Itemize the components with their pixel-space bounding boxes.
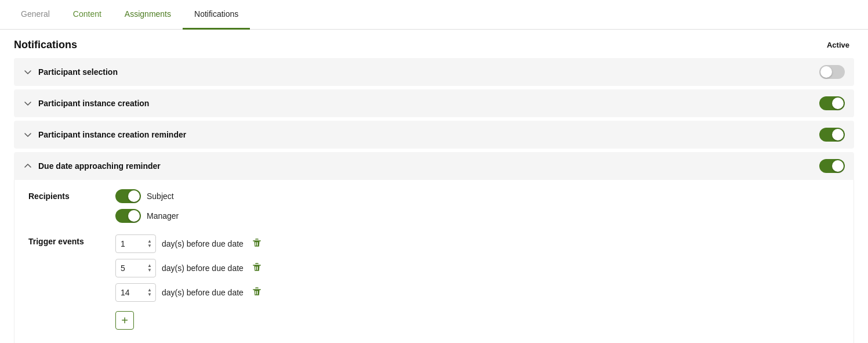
spinner-1: ▲ ▼ [146,239,153,248]
trigger-events-label: Trigger events [28,234,104,246]
trigger-value-1[interactable]: 1 [121,239,144,248]
active-column-header: Active [827,41,854,49]
section-left: Due date approaching reminder [23,161,161,171]
page-title: Notifications [14,39,77,51]
spinner-3: ▲ ▼ [146,288,153,297]
section-title: Participant instance creation [38,99,149,108]
due-date-expanded-content: Recipients Subject M [14,180,854,343]
chevron-down-icon [23,67,32,77]
trigger-events-row: Trigger events 1 ▲ ▼ day(s) before due d… [28,234,840,330]
participant-instance-creation-reminder-toggle[interactable] [819,128,845,142]
spinner-down-1[interactable]: ▼ [146,244,153,248]
subject-label: Subject [147,192,174,201]
page-header: Notifications Active [14,39,854,51]
days-label-3: day(s) before due date [162,288,244,297]
spinner-down-3[interactable]: ▼ [146,293,153,297]
tab-content[interactable]: Content [61,0,113,30]
chevron-down-icon [23,99,32,108]
spinner-down-2[interactable]: ▼ [146,268,153,273]
section-title: Participant selection [38,67,118,77]
trigger-events-list: 1 ▲ ▼ day(s) before due date [115,234,297,308]
section-title: Participant instance creation reminder [38,130,186,139]
section-participant-instance-creation-reminder[interactable]: Participant instance creation reminder [14,121,854,149]
participant-selection-toggle[interactable] [819,65,845,79]
days-label-2: day(s) before due date [162,263,244,273]
trigger-value-2[interactable]: 5 [121,263,144,273]
manager-label: Manager [147,211,179,221]
section-due-date-approaching-reminder[interactable]: Due date approaching reminder [14,152,854,180]
trigger-event-row: 1 ▲ ▼ day(s) before due date [115,234,297,253]
section-left: Participant instance creation reminder [23,130,186,139]
trigger-event-row: 14 ▲ ▼ day(s) before due date [115,283,297,302]
trigger-input-2[interactable]: 5 ▲ ▼ [115,259,156,277]
recipients-label: Recipients [28,189,104,201]
section-title: Due date approaching reminder [38,161,161,171]
manager-toggle[interactable] [115,209,141,223]
tab-bar: General Content Assignments Notification… [0,0,868,30]
trigger-input-3[interactable]: 14 ▲ ▼ [115,283,156,302]
recipients-value: Subject Manager [115,189,179,223]
chevron-up-icon [23,161,32,171]
chevron-down-icon [23,130,32,139]
due-date-approaching-reminder-toggle[interactable] [819,159,845,173]
trigger-event-row: 5 ▲ ▼ day(s) before due date [115,259,297,277]
delete-trigger-1[interactable] [249,235,297,252]
section-left: Participant selection [23,67,118,77]
section-left: Participant instance creation [23,99,149,108]
manager-recipient: Manager [115,209,179,223]
participant-instance-creation-toggle[interactable] [819,96,845,110]
subject-recipient: Subject [115,189,179,203]
subject-toggle[interactable] [115,189,141,203]
trigger-events-wrapper: 1 ▲ ▼ day(s) before due date [115,234,297,330]
tab-notifications[interactable]: Notifications [183,0,250,30]
recipients-row: Recipients Subject M [28,189,840,223]
spinner-2: ▲ ▼ [146,263,153,273]
section-participant-selection[interactable]: Participant selection [14,58,854,86]
days-label-1: day(s) before due date [162,239,244,248]
add-trigger-button[interactable]: + [115,311,134,330]
main-content: Notifications Active Participant selecti… [0,30,868,343]
tab-general[interactable]: General [9,0,61,30]
delete-trigger-3[interactable] [249,284,297,301]
section-participant-instance-creation[interactable]: Participant instance creation [14,89,854,117]
trigger-input-1[interactable]: 1 ▲ ▼ [115,234,156,253]
delete-trigger-2[interactable] [249,259,297,277]
trigger-value-3[interactable]: 14 [121,288,144,297]
tab-assignments[interactable]: Assignments [113,0,183,30]
